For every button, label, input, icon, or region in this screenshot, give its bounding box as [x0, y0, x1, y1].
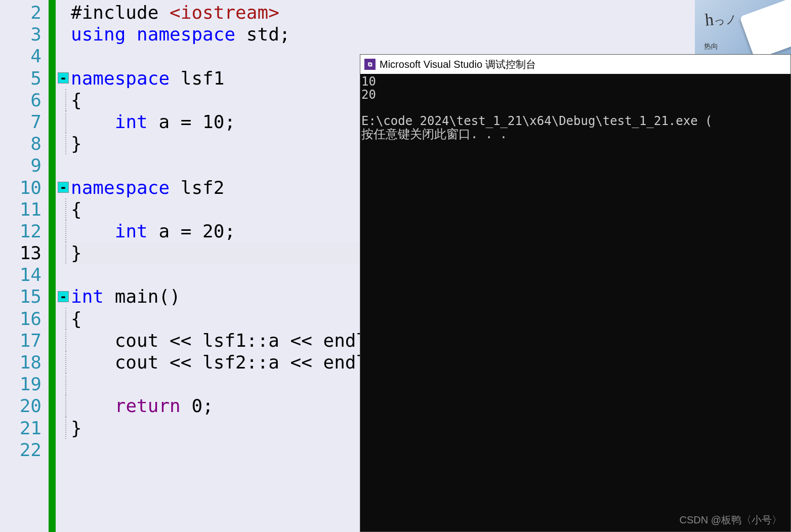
line-number: 22: [0, 439, 49, 461]
vs-icon: ⧉: [364, 59, 376, 70]
background-decoration: hっノ 热向: [695, 0, 791, 54]
console-line: 20: [361, 88, 376, 102]
keyword: return: [115, 395, 181, 416]
fold-column: - - -: [56, 0, 71, 532]
console-titlebar[interactable]: ⧉ Microsoft Visual Studio 调试控制台: [360, 55, 790, 74]
brace: }: [71, 242, 82, 263]
fold-guide: [65, 111, 66, 133]
fold-guide: [65, 220, 66, 242]
line-number: 9: [0, 154, 49, 176]
line-number: 3: [0, 23, 49, 45]
line-number: 5: [0, 67, 49, 89]
header-name: <iostream>: [170, 2, 279, 23]
code-text: a = 20;: [148, 221, 235, 241]
line-number: 7: [0, 111, 49, 133]
preprocessor: #include: [71, 2, 158, 23]
decoration-shape: [739, 0, 791, 54]
keyword: using: [71, 24, 126, 45]
line-number: 14: [0, 264, 49, 285]
keyword: int: [71, 286, 104, 307]
watermark: CSDN @板鸭〈小号〉: [679, 513, 782, 527]
line-number: 12: [0, 220, 49, 242]
fold-guide: [65, 133, 66, 154]
keyword: int: [115, 221, 148, 241]
line-number-current: 13: [0, 242, 49, 264]
brace: }: [71, 418, 82, 438]
line-number: 10: [0, 177, 49, 198]
keyword: namespace: [137, 24, 235, 45]
code-text: a = 10;: [148, 111, 235, 132]
keyword: namespace: [71, 68, 170, 89]
line-number: 15: [0, 285, 49, 307]
debug-console-window[interactable]: ⧉ Microsoft Visual Studio 调试控制台 10 20 E:…: [360, 54, 791, 532]
code-line[interactable]: #include <iostream>: [71, 2, 791, 23]
identifier: lsf1: [170, 68, 224, 89]
keyword: namespace: [71, 177, 170, 198]
code-text: cout << lsf2::a << endl;: [71, 352, 378, 373]
console-line: 10: [361, 74, 376, 89]
function-name: main(): [104, 286, 181, 307]
code-text: cout << lsf1::a << endl;: [71, 330, 378, 351]
fold-guide: [65, 198, 66, 220]
keyword: int: [115, 111, 148, 132]
console-output[interactable]: 10 20 E:\code 2024\test_1_21\x64\Debug\t…: [360, 74, 790, 531]
line-number: 8: [0, 133, 49, 154]
fold-guide: [65, 330, 66, 351]
line-number: 19: [0, 373, 49, 395]
line-number: 4: [0, 45, 49, 67]
brace: {: [71, 90, 82, 110]
identifier: lsf2: [170, 177, 224, 198]
fold-guide: [65, 417, 66, 439]
decoration-text: 热向: [704, 42, 718, 51]
fold-guide: [65, 308, 66, 330]
code-line[interactable]: using namespace std;: [71, 23, 791, 45]
fold-guide: [65, 351, 66, 373]
line-number: 17: [0, 330, 49, 351]
decoration-scribble: hっノ: [704, 8, 737, 29]
fold-guide: [65, 395, 66, 417]
console-line: 按任意键关闭此窗口. . .: [361, 127, 507, 141]
console-title-text: Microsoft Visual Studio 调试控制台: [380, 58, 536, 71]
line-number-gutter: 2 3 4 5 6 7 8 9 10 11 12 13 14 15 16 17 …: [0, 0, 56, 532]
fold-guide: [65, 373, 66, 395]
fold-toggle-icon[interactable]: -: [58, 182, 69, 193]
fold-guide: [65, 89, 66, 111]
brace: {: [71, 199, 82, 220]
fold-guide: [65, 242, 66, 264]
brace: }: [71, 133, 82, 154]
console-line: E:\code 2024\test_1_21\x64\Debug\test_1_…: [361, 114, 713, 128]
line-number: 21: [0, 417, 49, 439]
line-number: 2: [0, 2, 49, 23]
fold-toggle-icon[interactable]: -: [58, 291, 69, 302]
line-number: 18: [0, 351, 49, 373]
line-number: 11: [0, 198, 49, 220]
line-number: 6: [0, 89, 49, 111]
line-number: 20: [0, 395, 49, 417]
brace: {: [71, 308, 82, 329]
fold-toggle-icon[interactable]: -: [58, 72, 69, 84]
line-number: 16: [0, 308, 49, 330]
code-text: std;: [235, 24, 290, 45]
code-text: 0;: [181, 395, 214, 416]
